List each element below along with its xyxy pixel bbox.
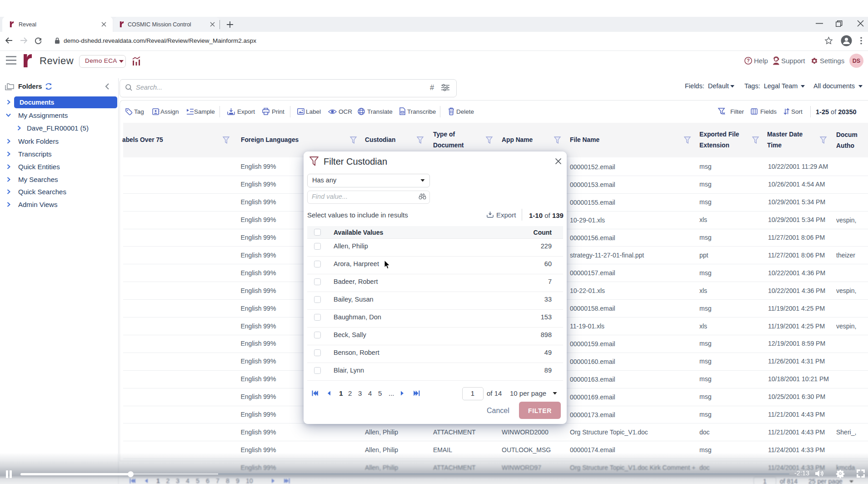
svg-text:?: ?	[747, 58, 749, 63]
svg-text:DS: DS	[853, 58, 860, 64]
